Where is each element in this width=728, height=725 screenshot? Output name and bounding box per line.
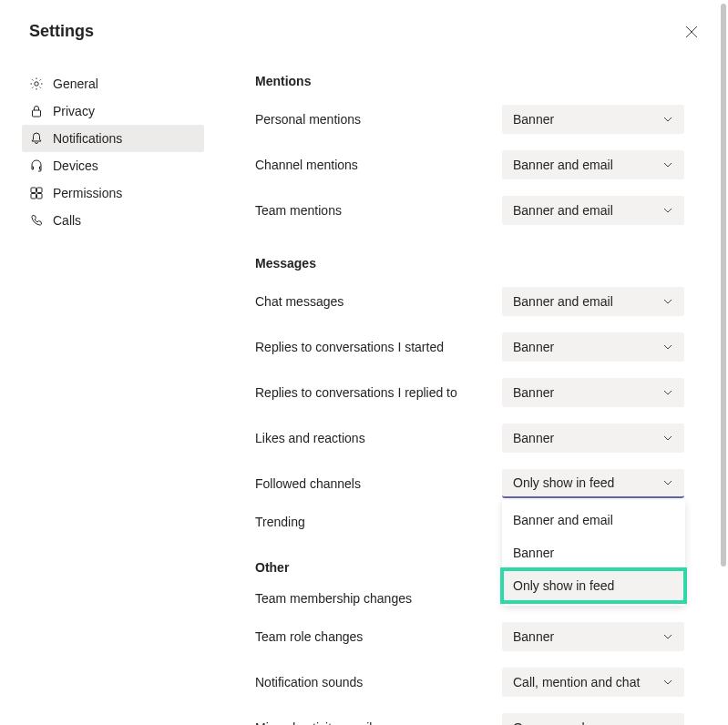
dropdown-role-changes[interactable]: Banner	[502, 622, 684, 651]
setting-row: Replies to conversations I replied to Ba…	[255, 378, 684, 407]
sidebar-item-devices[interactable]: Devices	[22, 152, 204, 179]
lock-icon	[29, 104, 44, 118]
dropdown-value: Banner	[513, 340, 554, 354]
setting-row: Notification sounds Call, mention and ch…	[255, 668, 684, 697]
setting-label: Personal mentions	[255, 112, 361, 127]
sidebar-item-label: Privacy	[53, 104, 95, 118]
settings-main: Mentions Personal mentions Banner Channe…	[204, 59, 728, 725]
dropdown-followed-channels[interactable]: Only show in feed Banner and email Banne…	[502, 469, 684, 498]
setting-row: Channel mentions Banner and email	[255, 150, 684, 179]
setting-label: Followed channels	[255, 476, 361, 491]
section-title-messages: Messages	[255, 256, 684, 271]
setting-row: Personal mentions Banner	[255, 105, 684, 134]
dropdown-notification-sounds[interactable]: Call, mention and chat	[502, 668, 684, 697]
setting-label: Likes and reactions	[255, 431, 365, 445]
dropdown-channel-mentions[interactable]: Banner and email	[502, 150, 684, 179]
setting-label: Team mentions	[255, 203, 342, 218]
svg-rect-3	[37, 188, 43, 193]
setting-row: Chat messages Banner and email	[255, 287, 684, 316]
sidebar-item-privacy[interactable]: Privacy	[22, 97, 204, 125]
dropdown-menu-followed-channels: Banner and email Banner Only show in fee…	[502, 500, 685, 606]
dropdown-chat-messages[interactable]: Banner and email	[502, 287, 684, 316]
dropdown-value: Banner	[513, 385, 554, 400]
chevron-down-icon	[662, 433, 673, 444]
bell-icon	[29, 131, 44, 146]
dropdown-personal-mentions[interactable]: Banner	[502, 105, 684, 134]
dropdown-team-mentions[interactable]: Banner and email	[502, 196, 684, 225]
setting-row: Followed channels Only show in feed Bann…	[255, 469, 684, 498]
setting-label: Trending	[255, 515, 305, 529]
dropdown-value: Call, mention and chat	[513, 675, 640, 689]
sidebar-item-label: Notifications	[53, 131, 122, 146]
setting-label: Notification sounds	[255, 675, 363, 689]
close-button[interactable]	[684, 25, 699, 39]
sidebar-item-label: Devices	[53, 158, 98, 173]
setting-row: Team mentions Banner and email	[255, 196, 684, 225]
headset-icon	[29, 158, 44, 173]
chevron-down-icon	[662, 159, 673, 170]
sidebar-item-label: General	[53, 77, 98, 91]
setting-row: Team role changes Banner	[255, 622, 684, 651]
sidebar-item-general[interactable]: General	[22, 70, 204, 97]
dropdown-value: Banner and email	[513, 294, 613, 309]
close-icon	[685, 26, 698, 38]
dropdown-option[interactable]: Banner and email	[502, 504, 685, 536]
chevron-down-icon	[662, 296, 673, 307]
sidebar-item-permissions[interactable]: Permissions	[22, 179, 204, 207]
key-icon	[29, 186, 44, 200]
chevron-down-icon	[662, 205, 673, 216]
page-title: Settings	[29, 22, 94, 41]
setting-label: Team membership changes	[255, 591, 412, 606]
setting-label: Chat messages	[255, 294, 343, 309]
dropdown-replies-replied[interactable]: Banner	[502, 378, 684, 407]
dropdown-value: Once every hour	[513, 720, 608, 725]
setting-label: Channel mentions	[255, 158, 358, 172]
chevron-down-icon	[662, 677, 673, 688]
setting-label: Team role changes	[255, 629, 363, 644]
dropdown-value: Banner	[513, 629, 554, 644]
setting-label: Missed activity emails	[255, 720, 378, 725]
section-title-mentions: Mentions	[255, 74, 684, 88]
sidebar: General Privacy Notifications Devices Pe…	[22, 59, 204, 725]
sidebar-item-label: Calls	[53, 213, 81, 228]
sidebar-item-notifications[interactable]: Notifications	[22, 125, 204, 152]
dropdown-value: Banner	[513, 112, 554, 127]
chevron-down-icon	[662, 114, 673, 125]
svg-rect-5	[37, 194, 43, 199]
gear-icon	[29, 77, 44, 91]
sidebar-item-label: Permissions	[53, 186, 122, 200]
dropdown-missed-activity[interactable]: Once every hour	[502, 713, 684, 725]
setting-label: Replies to conversations I started	[255, 340, 444, 354]
svg-rect-1	[33, 110, 41, 117]
phone-icon	[29, 213, 44, 228]
chevron-down-icon	[662, 342, 673, 352]
settings-header: Settings	[0, 0, 728, 59]
sidebar-item-calls[interactable]: Calls	[22, 207, 204, 234]
dropdown-value: Banner	[513, 431, 554, 445]
svg-point-0	[35, 82, 38, 86]
dropdown-likes-reactions[interactable]: Banner	[502, 424, 684, 453]
dropdown-option[interactable]: Banner	[502, 536, 685, 569]
scrollbar[interactable]	[721, 4, 726, 567]
setting-row: Replies to conversations I started Banne…	[255, 332, 684, 362]
dropdown-value: Only show in feed	[513, 475, 614, 490]
setting-row: Likes and reactions Banner	[255, 424, 684, 453]
chevron-down-icon	[662, 477, 673, 488]
svg-rect-2	[31, 188, 36, 193]
dropdown-value: Banner and email	[513, 203, 613, 218]
setting-row: Missed activity emails Once every hour	[255, 713, 684, 725]
dropdown-replies-started[interactable]: Banner	[502, 332, 684, 362]
chevron-down-icon	[662, 387, 673, 398]
settings-content: General Privacy Notifications Devices Pe…	[0, 59, 728, 725]
chevron-down-icon	[662, 631, 673, 642]
svg-rect-4	[31, 194, 36, 199]
setting-label: Replies to conversations I replied to	[255, 385, 457, 400]
dropdown-option-highlighted[interactable]: Only show in feed	[502, 569, 685, 602]
dropdown-value: Banner and email	[513, 158, 613, 172]
